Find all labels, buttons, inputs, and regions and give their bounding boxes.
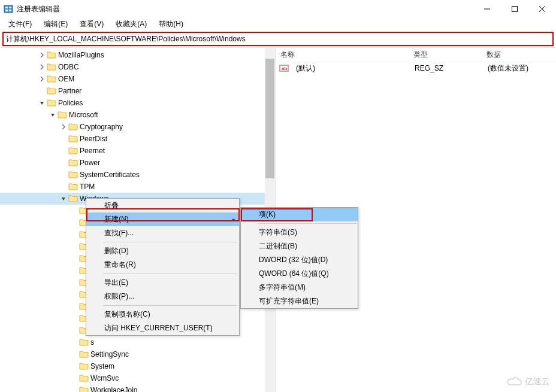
chevron-right-icon[interactable] bbox=[37, 62, 47, 72]
string-value-icon: ab bbox=[279, 63, 289, 73]
ctx-goto-hkcu[interactable]: 访问 HKEY_CURRENT_USER(T) bbox=[86, 321, 239, 335]
svg-text:ab: ab bbox=[282, 66, 287, 71]
value-row[interactable]: ab (默认) REG_SZ (数值未设置) bbox=[276, 62, 556, 74]
ctx-new-string[interactable]: 字符串值(S) bbox=[241, 226, 358, 239]
tree-node[interactable]: PeerDist bbox=[0, 133, 275, 145]
maximize-button[interactable] bbox=[501, 0, 528, 18]
chevron-down-icon[interactable] bbox=[48, 110, 58, 120]
menu-view[interactable]: 查看(V) bbox=[75, 18, 108, 31]
tree-node[interactable]: SettingSync bbox=[0, 348, 275, 360]
value-type: REG_SZ bbox=[415, 64, 488, 72]
tree-node[interactable]: System bbox=[0, 360, 275, 372]
tree-node-label: Cryptography bbox=[80, 123, 123, 131]
col-name[interactable]: 名称 bbox=[276, 50, 413, 60]
folder-icon bbox=[79, 374, 89, 382]
watermark: 亿速云 bbox=[507, 376, 550, 387]
tree-node[interactable]: ODBC bbox=[0, 61, 275, 73]
tree-node-label: WcmSvc bbox=[90, 374, 119, 382]
folder-icon bbox=[68, 135, 78, 143]
folder-icon bbox=[68, 171, 78, 179]
twisty-none bbox=[70, 326, 79, 335]
tree-node[interactable]: Peernet bbox=[0, 145, 275, 157]
ctx-copy-name[interactable]: 复制项名称(C) bbox=[86, 308, 239, 321]
tree-node-label: System bbox=[90, 362, 114, 370]
twisty-none bbox=[70, 361, 79, 371]
twisty-none bbox=[70, 385, 79, 392]
folder-icon bbox=[68, 123, 78, 131]
menu-file[interactable]: 文件(F) bbox=[4, 18, 37, 31]
twisty-none bbox=[70, 242, 79, 251]
ctx-new-key[interactable]: 项(K) bbox=[241, 208, 358, 221]
scrollbar-thumb[interactable] bbox=[265, 59, 274, 178]
ctx-rename[interactable]: 重命名(R) bbox=[86, 258, 239, 272]
twisty-none bbox=[59, 182, 68, 192]
regedit-app-icon bbox=[4, 4, 13, 14]
tree-node[interactable]: s bbox=[0, 336, 275, 348]
twisty-none bbox=[70, 373, 79, 383]
ctx-new-multistring[interactable]: 多字符串值(M) bbox=[241, 281, 358, 294]
col-type[interactable]: 类型 bbox=[413, 50, 486, 60]
folder-icon bbox=[68, 147, 78, 155]
chevron-right-icon[interactable] bbox=[37, 74, 47, 84]
ctx-separator bbox=[103, 242, 238, 242]
chevron-right-icon[interactable] bbox=[37, 50, 47, 60]
tree-node-label: Partner bbox=[58, 87, 81, 95]
tree-node-label: ODBC bbox=[58, 63, 79, 71]
context-menu: 折叠 新建(N) 查找(F)... 删除(D) 重命名(R) 导出(E) 权限(… bbox=[86, 198, 240, 336]
close-button[interactable] bbox=[528, 0, 556, 18]
twisty-none bbox=[37, 86, 47, 96]
minimize-button[interactable] bbox=[473, 0, 501, 18]
ctx-find[interactable]: 查找(F)... bbox=[86, 226, 239, 240]
value-name: (默认) bbox=[291, 63, 415, 74]
twisty-none bbox=[70, 350, 79, 359]
folder-icon bbox=[68, 183, 78, 191]
addressbar[interactable]: 计算机\HKEY_LOCAL_MACHINE\SOFTWARE\Policies… bbox=[4, 33, 552, 45]
twisty-none bbox=[70, 218, 79, 227]
tree-node[interactable]: WorkplaceJoin bbox=[0, 384, 275, 392]
folder-icon bbox=[47, 75, 56, 83]
menu-edit[interactable]: 编辑(E) bbox=[39, 18, 72, 31]
tree-node[interactable]: Policies bbox=[0, 97, 275, 109]
chevron-right-icon[interactable] bbox=[59, 122, 68, 132]
chevron-down-icon[interactable] bbox=[59, 194, 68, 203]
ctx-new[interactable]: 新建(N) bbox=[86, 212, 239, 226]
twisty-none bbox=[70, 230, 79, 239]
ctx-new-expandstring[interactable]: 可扩充字符串值(E) bbox=[241, 294, 358, 308]
svg-rect-6 bbox=[512, 7, 518, 12]
ctx-new-binary[interactable]: 二进制值(B) bbox=[241, 239, 358, 253]
ctx-delete[interactable]: 删除(D) bbox=[86, 244, 239, 258]
tree-node-label: Peernet bbox=[80, 147, 105, 155]
tree-node[interactable]: WcmSvc bbox=[0, 372, 275, 384]
tree-node-label: SystemCertificates bbox=[80, 171, 140, 179]
tree-node-label: WorkplaceJoin bbox=[90, 386, 137, 392]
value-data: (数值未设置) bbox=[488, 63, 556, 74]
col-data[interactable]: 数据 bbox=[486, 50, 556, 60]
tree-node-label: SettingSync bbox=[90, 350, 129, 358]
tree-node[interactable]: SystemCertificates bbox=[0, 169, 275, 181]
twisty-none bbox=[59, 146, 68, 156]
tree-node[interactable]: Cryptography bbox=[0, 121, 275, 133]
folder-icon bbox=[79, 362, 89, 370]
ctx-new-qword[interactable]: QWORD (64 位)值(Q) bbox=[241, 267, 358, 281]
folder-icon bbox=[79, 386, 89, 392]
menu-favorites[interactable]: 收藏夹(A) bbox=[111, 18, 152, 31]
menu-help[interactable]: 帮助(H) bbox=[154, 18, 188, 31]
ctx-export[interactable]: 导出(E) bbox=[86, 276, 239, 290]
folder-icon bbox=[47, 99, 56, 107]
tree-node[interactable]: MozillaPlugins bbox=[0, 49, 275, 61]
twisty-none bbox=[70, 302, 79, 311]
tree-node[interactable]: TPM bbox=[0, 181, 275, 193]
tree-node[interactable]: OEM bbox=[0, 73, 275, 85]
ctx-permissions[interactable]: 权限(P)... bbox=[86, 290, 239, 303]
column-headers[interactable]: 名称 类型 数据 bbox=[276, 48, 556, 62]
ctx-new-dword[interactable]: DWORD (32 位)值(D) bbox=[241, 253, 358, 267]
tree-node-label: s bbox=[90, 338, 94, 347]
tree-node[interactable]: Partner bbox=[0, 85, 275, 97]
titlebar: 注册表编辑器 bbox=[0, 0, 556, 18]
ctx-collapse[interactable]: 折叠 bbox=[86, 199, 239, 212]
chevron-down-icon[interactable] bbox=[37, 98, 47, 108]
svg-rect-4 bbox=[9, 10, 11, 11]
tree-node[interactable]: Power bbox=[0, 157, 275, 169]
tree-node[interactable]: Microsoft bbox=[0, 109, 275, 121]
ctx-separator bbox=[103, 305, 238, 306]
